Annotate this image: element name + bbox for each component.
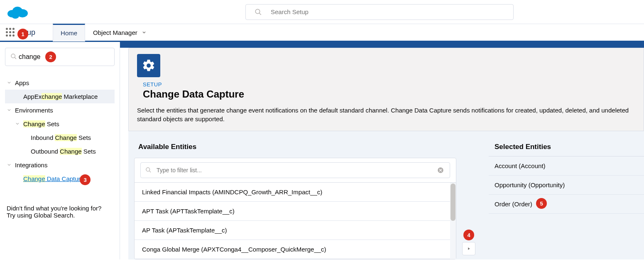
setup-sidebar: 2 Apps AppExchange Marketplace Environme… [0, 42, 120, 259]
chevron-down-icon [7, 79, 12, 86]
svg-line-5 [259, 13, 261, 15]
breadcrumb: SETUP [143, 81, 635, 88]
available-list: Linked Financial Impacts (AMINDCPQ_Growt… [135, 182, 456, 259]
tree-item-outbound-change-sets[interactable]: Outbound Change Sets [5, 144, 115, 158]
page-header: SETUP Change Data Capture Select the ent… [128, 48, 644, 131]
chevron-down-icon [15, 120, 21, 127]
list-item[interactable]: Linked Financial Impacts (AMINDCPQ_Growt… [135, 183, 456, 202]
page-description: Select the entities that generate change… [137, 106, 635, 123]
chevron-down-icon [142, 29, 147, 36]
svg-point-8 [146, 168, 150, 171]
list-item[interactable]: Conga Global Merge (APXTConga4__Composer… [135, 240, 456, 259]
available-entities-column: Available Entities Linked Financial Impa… [132, 138, 456, 259]
annotation-marker-1: 1 [17, 29, 28, 39]
dual-listbox: Available Entities Linked Financial Impa… [128, 134, 644, 259]
sidebar-help-text: Didn't find what you're looking for? Try… [5, 205, 115, 219]
gear-icon [137, 54, 160, 77]
clear-icon[interactable] [437, 166, 444, 175]
page-title: Change Data Capture [143, 88, 635, 100]
tree-label-apps: Apps [15, 79, 29, 86]
tree-item-appexchange[interactable]: AppExchange Marketplace [5, 90, 115, 103]
transfer-buttons: 4 [456, 138, 481, 259]
waffle-icon [6, 28, 15, 37]
svg-line-7 [15, 57, 16, 59]
move-right-button[interactable] [462, 242, 475, 255]
svg-point-3 [12, 13, 19, 19]
chevron-down-icon [7, 107, 12, 114]
selected-entities-column: Selected Entities Account (Account) Oppo… [489, 138, 644, 259]
annotation-marker-4: 4 [463, 230, 474, 240]
list-item[interactable]: Order (Order) 5 [489, 195, 644, 214]
annotation-marker-3: 3 [80, 174, 91, 185]
tree-item-label: Change Sets [23, 120, 59, 127]
top-bar [0, 0, 644, 24]
global-search-input[interactable] [245, 4, 514, 20]
nav-tabs: Home Object Manager [53, 24, 154, 42]
svg-marker-13 [468, 247, 470, 250]
content-area: SETUP Change Data Capture Select the ent… [120, 42, 644, 259]
tree-label-integrations: Integrations [15, 161, 47, 169]
tree-item-label: Inbound Change Sets [31, 134, 91, 141]
chevron-down-icon [7, 161, 12, 169]
available-title: Available Entities [138, 143, 456, 151]
tab-home-label: Home [61, 29, 77, 37]
filter-row [135, 158, 456, 182]
nav-bar: 1 etup Home Object Manager [0, 24, 644, 42]
filter-input[interactable] [140, 162, 450, 178]
annotation-marker-5: 5 [536, 198, 547, 209]
annotation-marker-2: 2 [45, 51, 56, 62]
tree-node-environments[interactable]: Environments [5, 103, 115, 117]
global-search [245, 4, 514, 20]
search-icon [10, 53, 17, 61]
setup-search-input[interactable] [11, 53, 108, 61]
app-launcher[interactable]: 1 etup [0, 28, 41, 37]
search-icon [145, 167, 152, 174]
tree-label-environments: Environments [15, 107, 53, 114]
tree-item-label: AppExchange Marketplace [23, 93, 98, 100]
tab-object-manager-label: Object Manager [93, 29, 137, 36]
salesforce-logo [5, 3, 30, 21]
selected-title: Selected Entities [495, 143, 644, 151]
tree-node-change-sets[interactable]: Change Sets [5, 117, 115, 131]
list-item[interactable]: AP Task (APTaskTemplate__c) [135, 221, 456, 240]
svg-line-9 [149, 171, 151, 172]
tree-item-inbound-change-sets[interactable]: Inbound Change Sets [5, 131, 115, 144]
selected-list: Account (Account) Opportunity (Opportuni… [489, 156, 644, 214]
tree-item-label: Change Data Capture [23, 175, 84, 182]
list-item[interactable]: Opportunity (Opportunity) [489, 176, 644, 195]
svg-point-6 [11, 54, 15, 58]
list-item[interactable]: Account (Account) [489, 157, 644, 176]
svg-point-4 [255, 9, 260, 14]
tab-object-manager[interactable]: Object Manager [85, 24, 154, 42]
scrollbar[interactable] [450, 183, 456, 259]
tree-node-integrations[interactable]: Integrations [5, 158, 115, 172]
tab-home[interactable]: Home [53, 24, 85, 42]
list-item[interactable]: APT Task (APTTaskTemplate__c) [135, 202, 456, 221]
tree-item-label: Outbound Change Sets [31, 148, 96, 155]
tree-item-change-data-capture[interactable]: Change Data Capture 3 [5, 172, 115, 186]
search-icon [255, 8, 262, 17]
setup-search: 2 [5, 48, 115, 66]
tree-node-apps[interactable]: Apps [5, 76, 115, 90]
